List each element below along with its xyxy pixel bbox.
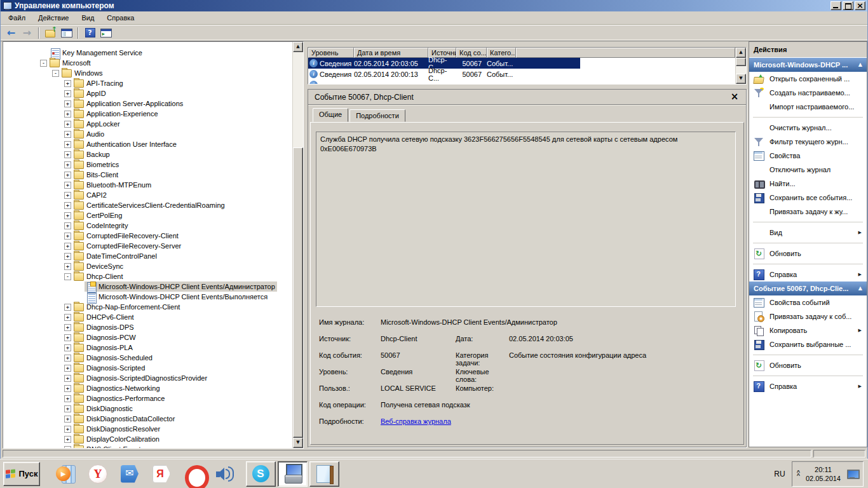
scroll-thumb[interactable] xyxy=(736,58,746,66)
action-item[interactable]: Открыть сохраненный ... xyxy=(749,72,867,86)
tree-expander[interactable]: + xyxy=(64,416,71,423)
close-button[interactable] xyxy=(855,1,865,10)
new-window-icon[interactable] xyxy=(98,26,113,39)
tree-expander[interactable]: + xyxy=(64,385,71,392)
tree-expander[interactable]: + xyxy=(64,100,71,107)
action-item[interactable]: Свойства событий xyxy=(749,295,867,309)
opera-icon[interactable] xyxy=(182,463,204,485)
tree-expander[interactable]: - xyxy=(40,60,47,67)
tree-expander[interactable]: + xyxy=(64,111,71,118)
tree-expander[interactable]: + xyxy=(64,182,71,189)
action-item[interactable]: Копировать xyxy=(749,323,867,337)
tree-expander[interactable]: - xyxy=(52,70,59,77)
tree-expander[interactable]: + xyxy=(64,121,71,128)
action-item[interactable]: Привязать задачу к соб... xyxy=(749,309,867,323)
tree-scrollbar[interactable]: ▲ ▼ xyxy=(292,42,303,448)
tree-expander[interactable]: - xyxy=(64,273,71,280)
forward-icon[interactable] xyxy=(20,26,34,39)
tree-expander[interactable]: + xyxy=(64,304,71,311)
column-header[interactable]: Катего... xyxy=(487,48,516,58)
tree-expander[interactable]: + xyxy=(64,161,71,168)
tree-expander[interactable]: + xyxy=(64,436,71,443)
tree-item[interactable]: + DiskDiagnosticDataCollector xyxy=(3,414,292,424)
tree-item[interactable]: + Diagnosis-Scripted xyxy=(3,363,292,373)
action-item[interactable] xyxy=(749,219,867,226)
tree-item[interactable]: + Biometrics xyxy=(3,159,292,170)
tree-item[interactable]: + DisplayColorCalibration xyxy=(3,434,292,444)
tree-expander[interactable]: + xyxy=(64,314,71,321)
scroll-up-icon[interactable]: ▲ xyxy=(293,42,303,52)
volume-icon[interactable] xyxy=(214,463,236,485)
tree-item[interactable]: + Diagnosis-Scheduled xyxy=(3,353,292,363)
action-item[interactable]: Найти... xyxy=(749,177,867,191)
menu-item[interactable]: Справка xyxy=(100,12,140,24)
yandex-browser-icon[interactable] xyxy=(87,463,109,485)
action-item[interactable]: Сохранить выбранные ... xyxy=(749,337,867,351)
action-item[interactable]: Справка xyxy=(749,268,867,281)
action-item[interactable]: Создать настраиваемо... xyxy=(749,86,867,100)
tree-expander[interactable]: + xyxy=(64,263,71,270)
tree-item[interactable]: + DNS Client Events xyxy=(3,444,292,448)
close-detail-icon[interactable] xyxy=(729,93,740,102)
tree-expander[interactable]: + xyxy=(64,90,71,97)
event-list-scrollbar[interactable]: ▲ ▼ xyxy=(735,48,746,84)
action-item[interactable]: Справка xyxy=(749,379,867,393)
tree-expander[interactable]: + xyxy=(64,365,71,372)
action-item[interactable]: Очистить журнал... xyxy=(749,121,867,135)
tree-item[interactable]: + CertificateServicesClient-CredentialRo… xyxy=(3,200,292,210)
tree-expander[interactable]: + xyxy=(64,253,71,260)
event-row[interactable]: iСведения 02.05.2014 20:00:13 Dhcp-C... … xyxy=(308,69,580,79)
action-item[interactable]: Фильтр текущего журн... xyxy=(749,135,867,149)
tree-expander[interactable]: + xyxy=(64,131,71,138)
tree-item[interactable]: + Diagnosis-ScriptedDiagnosticsProvider xyxy=(3,373,292,383)
tree-item[interactable]: + CorruptedFileRecovery-Client xyxy=(3,231,292,241)
show-console-tree-icon[interactable] xyxy=(43,26,58,39)
action-item[interactable]: Отключить журнал xyxy=(749,163,867,177)
tray-clock[interactable]: 20:11 02.05.2014 xyxy=(806,465,841,483)
display-tray-icon[interactable] xyxy=(846,469,858,479)
tree-expander[interactable]: + xyxy=(64,405,71,412)
column-header[interactable]: Дата и время xyxy=(354,48,428,58)
tree-item[interactable]: - Microsoft xyxy=(3,58,292,68)
tree-item[interactable]: + CAPI2 xyxy=(3,190,292,200)
actions-section-event-header[interactable]: Событие 50067, Dhcp-Clie... xyxy=(749,281,867,295)
tree-expander[interactable]: + xyxy=(64,80,71,87)
column-header[interactable]: Код со... xyxy=(456,48,487,58)
tree-item[interactable]: Microsoft-Windows-DHCP Client Events/Адм… xyxy=(3,281,292,292)
tree-expander[interactable]: + xyxy=(64,395,71,402)
tree-expander[interactable]: + xyxy=(64,355,71,362)
tree-item[interactable]: + DiskDiagnosticResolver xyxy=(3,424,292,434)
yandex-icon[interactable] xyxy=(151,463,172,485)
tree-item[interactable]: + Authentication User Interface xyxy=(3,139,292,149)
tree-item[interactable]: + Audio xyxy=(3,129,292,139)
scroll-thumb[interactable] xyxy=(293,147,303,438)
tree-item[interactable]: + Diagnosis-DPS xyxy=(3,322,292,332)
tree-item[interactable]: Microsoft-Windows-DHCP Client Events/Вып… xyxy=(3,292,292,302)
tree-expander[interactable]: + xyxy=(64,233,71,240)
tree-item[interactable]: + CorruptedFileRecovery-Server xyxy=(3,241,292,251)
tree-item[interactable]: + DHCPv6-Client xyxy=(3,312,292,322)
console-window-icon[interactable] xyxy=(59,26,74,39)
tree-item[interactable]: + Diagnosis-PCW xyxy=(3,332,292,342)
scroll-down-icon[interactable]: ▼ xyxy=(736,74,746,84)
tree-item[interactable]: + DateTimeControlPanel xyxy=(3,251,292,261)
tree-item[interactable]: + DiskDiagnostic xyxy=(3,403,292,414)
menu-item[interactable]: Действие xyxy=(32,12,75,24)
detail-tab[interactable]: Подробности xyxy=(349,109,405,122)
restore-button[interactable] xyxy=(843,1,853,10)
tree-expander[interactable]: + xyxy=(64,172,71,179)
back-icon[interactable] xyxy=(4,26,18,39)
action-item[interactable] xyxy=(749,261,867,268)
tree-item[interactable]: + DeviceSync xyxy=(3,261,292,271)
collapse-icon[interactable] xyxy=(858,62,862,67)
show-hidden-icons-chevron[interactable] xyxy=(797,471,800,477)
tree-item[interactable]: - Windows xyxy=(3,68,292,78)
tree-item[interactable]: Key Management Service xyxy=(3,48,292,58)
tree-item[interactable]: + Application Server-Applications xyxy=(3,98,292,109)
tree-expander[interactable]: + xyxy=(64,344,71,351)
action-item[interactable] xyxy=(749,240,867,247)
tree-expander[interactable]: + xyxy=(64,446,71,449)
action-item[interactable] xyxy=(749,351,867,358)
action-item[interactable]: Привязать задачу к жу... xyxy=(749,205,867,219)
help-icon[interactable]: ? xyxy=(83,26,97,39)
